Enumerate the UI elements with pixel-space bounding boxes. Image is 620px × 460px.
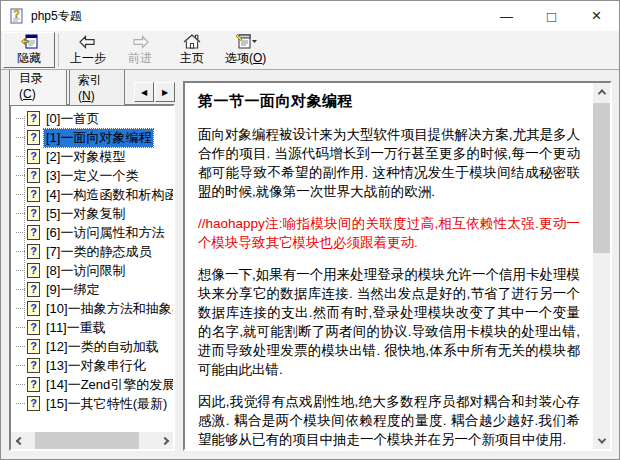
chevron-up-icon: [597, 89, 605, 97]
tree-item-label: [10]一抽象方法和抽象类: [44, 300, 175, 318]
back-button[interactable]: 上一步: [62, 32, 114, 68]
help-topic-icon: ?: [27, 301, 40, 316]
tree-connector: [16, 384, 25, 385]
tab-index[interactable]: 索引(N): [69, 70, 125, 105]
scroll-up-button[interactable]: [593, 83, 610, 100]
tree-item[interactable]: ?[0]一首页: [16, 109, 171, 128]
tree-connector: [16, 213, 25, 214]
tree-item-label: [8]一访问限制: [44, 262, 127, 280]
tree-connector: [16, 118, 25, 119]
tree-item-label: [9]一绑定: [44, 281, 101, 299]
tree-item[interactable]: ?[12]一类的自动加载: [16, 337, 171, 356]
toolbar-button-label: 前进: [128, 50, 152, 67]
titlebar: ? php5专题 —□×: [1, 1, 619, 31]
tree-item[interactable]: ?[10]一抽象方法和抽象类: [16, 299, 171, 318]
tree-connector: [16, 327, 25, 328]
chevron-right-icon: ▶: [162, 88, 168, 97]
help-topic-icon: ?: [27, 244, 40, 259]
content-vertical-scrollbar[interactable]: [593, 83, 610, 449]
tree-item-label: [4]一构造函数和析构函数: [44, 186, 175, 204]
svg-text:?: ?: [30, 207, 37, 219]
svg-text:?: ?: [30, 131, 37, 143]
tree-connector: [16, 308, 25, 309]
tab-scroll-left-button[interactable]: ◀: [134, 82, 154, 102]
vertical-scrollbar-thumb[interactable]: [593, 103, 610, 253]
svg-text:?: ?: [30, 397, 37, 409]
tree-item[interactable]: ?[8]一访问限制: [16, 261, 171, 280]
tab-scroll-right-button[interactable]: ▶: [155, 82, 175, 102]
tree-item-label: [11]一重载: [44, 319, 108, 337]
help-topic-icon: ?: [27, 111, 40, 126]
tree-item[interactable]: ?[15]一其它特性(最新): [16, 394, 171, 413]
tree-item[interactable]: ?[6]一访问属性和方法: [16, 223, 171, 242]
tree-item[interactable]: ?[14]一Zend引擎的发展: [16, 375, 171, 394]
svg-text:?: ?: [30, 302, 37, 314]
tree-item-label: [14]一Zend引擎的发展: [44, 376, 175, 394]
topic-heading: 第一节一面向对象编程: [198, 92, 580, 111]
svg-text:?: ?: [30, 283, 37, 295]
tree-item[interactable]: ?[4]一构造函数和析构函数: [16, 185, 171, 204]
help-topic-icon: ?: [27, 225, 40, 240]
tree-connector: [16, 137, 25, 138]
help-topic-icon: ?: [27, 130, 40, 145]
body-paragraph: 面向对象编程被设计来为大型软件项目提供解决方案,尤其是多人合作的项目. 当源代码…: [198, 125, 580, 201]
svg-text:?: ?: [30, 188, 37, 200]
svg-text:?: ?: [30, 359, 37, 371]
tree-item-label: [15]一其它特性(最新): [44, 395, 169, 413]
toolbar-button-label: 上一步: [70, 50, 106, 67]
home-button[interactable]: 主页: [166, 32, 218, 68]
forward-button[interactable]: 前进: [114, 32, 166, 68]
tree-connector: [16, 270, 25, 271]
svg-text:?: ?: [30, 264, 37, 276]
tree-item[interactable]: ?[1]一面向对象编程: [16, 128, 171, 147]
scroll-down-button[interactable]: [593, 432, 610, 449]
minimize-button[interactable]: —: [484, 1, 529, 31]
tree-connector: [16, 346, 25, 347]
svg-text:?: ?: [30, 226, 37, 238]
hide-button[interactable]: 隐藏: [3, 32, 55, 68]
scroll-left-button[interactable]: [11, 432, 28, 449]
tree-item-label: [12]一类的自动加载: [44, 338, 161, 356]
help-topic-icon: ?: [27, 206, 40, 221]
tree-item[interactable]: ?[7]一类的静态成员: [16, 242, 171, 261]
forward-arrow-icon: [130, 34, 150, 50]
tree-item[interactable]: ?[13]一对象串行化: [16, 356, 171, 375]
tab-contents[interactable]: 目录(C): [9, 70, 67, 105]
body-paragraph: 想像一下,如果有一个用来处理登录的模块允许一个信用卡处理模块来分享它的数据库连接…: [198, 265, 580, 379]
horizontal-scrollbar-thumb[interactable]: [35, 432, 139, 449]
options-button[interactable]: 选项(O): [218, 32, 273, 68]
chevron-right-icon: [160, 436, 168, 444]
chevron-left-icon: [15, 436, 23, 444]
tree-item[interactable]: ?[2]一对象模型: [16, 147, 171, 166]
tree-connector: [16, 289, 25, 290]
back-arrow-icon: [78, 34, 98, 50]
tree-item[interactable]: ?[5]一对象复制: [16, 204, 171, 223]
help-topic-icon: ?: [27, 396, 40, 411]
svg-text:?: ?: [30, 378, 37, 390]
tree-connector: [16, 251, 25, 252]
home-icon: [182, 33, 202, 50]
tree-item[interactable]: ?[3]一定义一个类: [16, 166, 171, 185]
help-topic-icon: ?: [27, 149, 40, 164]
help-topic-icon: ?: [27, 282, 40, 297]
help-viewer-window: ? php5专题 —□× 隐藏上一步前进主页选项(O) 目录(C)索引(N)◀▶…: [0, 0, 620, 460]
tree-item[interactable]: ?[9]一绑定: [16, 280, 171, 299]
maximize-button[interactable]: □: [529, 1, 574, 31]
tree-connector: [16, 156, 25, 157]
svg-text:?: ?: [13, 8, 20, 20]
svg-text:?: ?: [30, 340, 37, 352]
navigation-pane: 目录(C)索引(N)◀▶ ?[0]一首页?[1]一面向对象编程?[2]一对象模型…: [9, 81, 175, 451]
svg-text:?: ?: [30, 245, 37, 257]
tree-item-label: [2]一对象模型: [44, 148, 127, 166]
tree-connector: [16, 365, 25, 366]
tree-item-label: [0]一首页: [44, 110, 101, 128]
topic-content-pane: 第一节一面向对象编程 面向对象编程被设计来为大型软件项目提供解决方案,尤其是多人…: [183, 81, 612, 451]
window-title: php5专题: [31, 8, 82, 25]
tree-item[interactable]: ?[11]一重载: [16, 318, 171, 337]
tab-scroll-buttons: ◀▶: [134, 82, 175, 102]
tree-horizontal-scrollbar[interactable]: [11, 432, 173, 449]
chevron-left-icon: ◀: [141, 88, 147, 97]
close-button[interactable]: ×: [574, 1, 619, 31]
scroll-right-button[interactable]: [156, 432, 173, 449]
tree-connector: [16, 175, 25, 176]
